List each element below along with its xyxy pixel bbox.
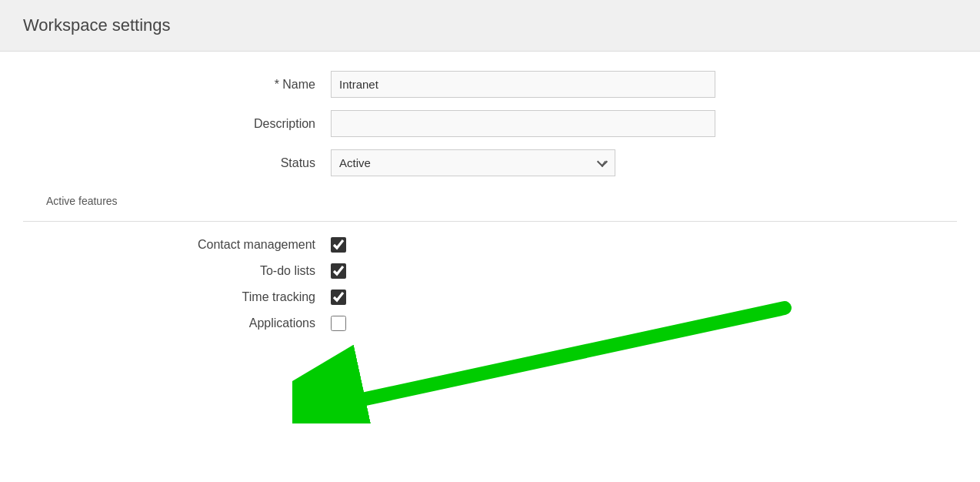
status-select[interactable]: Active Inactive <box>331 149 615 176</box>
feature-row-contact: Contact management <box>23 237 957 253</box>
form-container: * Name Description Status Active Inactiv… <box>0 52 980 361</box>
status-row: Status Active Inactive <box>23 149 957 176</box>
page-header: Workspace settings <box>0 0 980 52</box>
feature-checkbox-todo[interactable] <box>331 263 346 279</box>
feature-label-todo: To-do lists <box>23 264 331 278</box>
description-row: Description <box>23 110 957 137</box>
description-label: Description <box>23 117 331 131</box>
name-input[interactable] <box>331 71 715 98</box>
feature-row-applications: Applications <box>23 316 957 331</box>
name-row: * Name <box>23 71 957 98</box>
feature-label-applications: Applications <box>23 316 331 330</box>
feature-checkbox-contact[interactable] <box>331 237 346 253</box>
status-select-wrapper: Active Inactive <box>331 149 615 176</box>
feature-label-contact: Contact management <box>23 238 331 252</box>
feature-row-todo: To-do lists <box>23 263 957 279</box>
feature-checkbox-applications[interactable] <box>331 316 346 331</box>
feature-label-timetracking: Time tracking <box>23 290 331 304</box>
feature-row-timetracking: Time tracking <box>23 290 957 305</box>
feature-checkbox-timetracking[interactable] <box>331 290 346 305</box>
status-label: Status <box>23 156 331 170</box>
active-features-label: Active features <box>23 189 957 213</box>
page-title: Workspace settings <box>23 15 957 35</box>
section-divider <box>23 221 957 222</box>
description-input[interactable] <box>331 110 715 137</box>
active-features-section: Active features Contact management To-do… <box>23 189 957 331</box>
name-label: * Name <box>23 78 331 92</box>
